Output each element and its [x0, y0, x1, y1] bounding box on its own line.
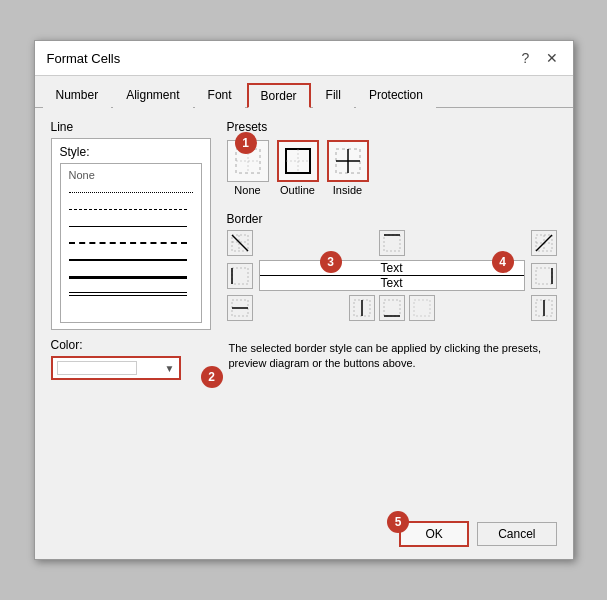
border-btn-center-h[interactable]	[227, 295, 253, 321]
preview-text-top: Text	[380, 261, 402, 275]
top-buttons	[259, 230, 525, 256]
preset-inside: Inside	[327, 140, 369, 196]
dropdown-arrow-icon: ▼	[165, 363, 175, 374]
dialog-body: Line Style: None	[35, 108, 573, 513]
border-btn-no-border[interactable]	[409, 295, 435, 321]
dialog-footer: 5 OK Cancel	[35, 513, 573, 559]
preview-column: 3 4 Text Text	[259, 230, 525, 321]
svg-rect-17	[384, 235, 400, 251]
color-section: Color: ▼ 2	[51, 338, 211, 380]
border-btn-right[interactable]	[531, 263, 557, 289]
line-section: Style: None	[51, 138, 211, 330]
tab-protection[interactable]: Protection	[356, 83, 436, 108]
color-dropdown[interactable]: ▼	[51, 356, 181, 380]
title-bar: Format Cells ? ✕	[35, 41, 573, 76]
svg-rect-28	[536, 268, 552, 284]
border-btn-left[interactable]	[227, 263, 253, 289]
none-label: None	[65, 169, 95, 181]
preset-inside-label: Inside	[333, 184, 362, 196]
line-style-5[interactable]	[65, 253, 197, 267]
border-btn-center-v[interactable]	[349, 295, 375, 321]
bottom-border-icon	[382, 298, 402, 318]
preset-outline-svg	[282, 145, 314, 177]
diag-tl-icon	[230, 233, 250, 253]
badge-4: 4	[492, 251, 514, 273]
presets-container: Presets 1	[227, 120, 557, 204]
outer-border-icon	[534, 298, 554, 318]
border-label: Border	[227, 212, 557, 226]
ok-btn-wrapper: 5 OK	[399, 521, 469, 547]
border-container: Border	[227, 212, 557, 321]
line-style-3[interactable]	[65, 219, 197, 233]
color-label: Color:	[51, 338, 211, 352]
border-btn-top[interactable]	[379, 230, 405, 256]
tab-number[interactable]: Number	[43, 83, 112, 108]
line-style-1[interactable]	[65, 185, 197, 199]
presets-label: Presets	[227, 120, 557, 134]
style-label: Style:	[60, 145, 202, 159]
color-swatch	[57, 361, 137, 375]
center-v-icon	[352, 298, 372, 318]
preset-btn-inside[interactable]	[327, 140, 369, 182]
format-cells-dialog: Format Cells ? ✕ Number Alignment Font B…	[34, 40, 574, 560]
preview-text-bottom: Text	[380, 276, 402, 290]
svg-rect-23	[414, 300, 430, 316]
svg-rect-21	[384, 300, 400, 316]
preset-outline-label: Outline	[280, 184, 315, 196]
border-btn-bottom[interactable]	[379, 295, 405, 321]
tab-border[interactable]: Border	[247, 83, 311, 108]
info-text: The selected border style can be applied…	[227, 341, 557, 372]
preset-inside-svg	[332, 145, 364, 177]
dialog-title: Format Cells	[47, 51, 121, 66]
line-style-double[interactable]	[65, 287, 197, 301]
tab-font[interactable]: Font	[195, 83, 245, 108]
border-left-buttons	[227, 230, 253, 321]
line-style-none[interactable]: None	[65, 168, 197, 182]
line-styles-box: None	[60, 163, 202, 323]
help-icon[interactable]: ?	[517, 49, 535, 67]
cancel-button[interactable]: Cancel	[477, 522, 556, 546]
top-border-icon	[382, 233, 402, 253]
close-icon[interactable]: ✕	[543, 49, 561, 67]
tab-fill[interactable]: Fill	[313, 83, 354, 108]
border-right-buttons	[531, 230, 557, 321]
preset-none-label: None	[234, 184, 260, 196]
border-controls: 3 4 Text Text	[227, 230, 557, 321]
line-style-6[interactable]	[65, 270, 197, 284]
ok-button[interactable]: OK	[399, 521, 469, 547]
line-style-2[interactable]	[65, 202, 197, 216]
badge-1: 1	[235, 132, 257, 154]
bottom-buttons-center	[259, 295, 525, 321]
main-row: Line Style: None	[51, 120, 557, 501]
line-style-4[interactable]	[65, 236, 197, 250]
border-preview[interactable]: 3 4 Text Text	[259, 260, 525, 291]
right-panel: Presets 1	[227, 120, 557, 501]
diag-tr-icon	[534, 233, 554, 253]
border-btn-diag-tl[interactable]	[227, 230, 253, 256]
preview-top-half: Text	[260, 261, 524, 276]
badge-5: 5	[387, 511, 409, 533]
badge-2: 2	[201, 366, 223, 388]
preset-btn-outline[interactable]	[277, 140, 319, 182]
no-border-icon	[412, 298, 432, 318]
border-btn-diag-tr[interactable]	[531, 230, 557, 256]
tabs-bar: Number Alignment Font Border Fill Protec…	[35, 76, 573, 108]
left-border-icon	[230, 266, 250, 286]
title-icons: ? ✕	[517, 49, 561, 67]
svg-line-12	[232, 235, 248, 251]
border-btn-outer[interactable]	[531, 295, 557, 321]
tab-alignment[interactable]: Alignment	[113, 83, 192, 108]
badge-3: 3	[320, 251, 342, 273]
line-section-label: Line	[51, 120, 211, 134]
center-h-icon	[230, 298, 250, 318]
preset-outline: Outline	[277, 140, 319, 196]
left-panel: Line Style: None	[51, 120, 211, 501]
preview-bottom-half: Text	[260, 276, 524, 290]
right-border-icon	[534, 266, 554, 286]
svg-rect-13	[232, 268, 248, 284]
presets-row: 1 None	[227, 140, 557, 196]
